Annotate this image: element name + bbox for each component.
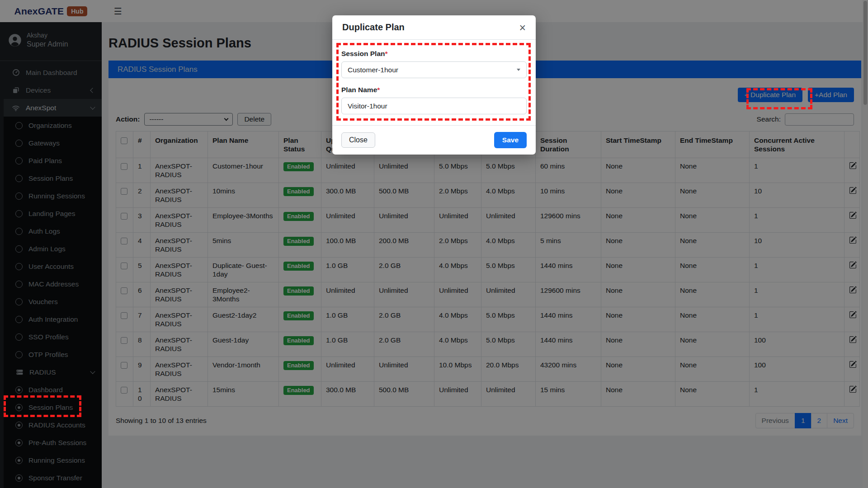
modal-header: Duplicate Plan × [332, 15, 536, 40]
session-plan-label: Session Plan* [341, 50, 527, 58]
caret-down-icon [517, 69, 520, 71]
save-button[interactable]: Save [494, 132, 527, 148]
modal-body: Session Plan* Customer-1hour Plan Name* [332, 40, 536, 125]
modal-footer: Close Save [332, 125, 536, 155]
modal-title: Duplicate Plan [342, 22, 405, 33]
plan-name-input[interactable] [341, 98, 527, 114]
close-button[interactable]: Close [341, 132, 375, 148]
session-plan-select[interactable]: Customer-1hour [341, 61, 527, 78]
required-mark: * [377, 86, 380, 94]
duplicate-plan-modal: Duplicate Plan × Session Plan* Customer-… [332, 15, 536, 155]
close-icon[interactable]: × [519, 23, 526, 32]
label-text: Session Plan [341, 50, 385, 57]
required-mark: * [385, 50, 387, 57]
label-text: Plan Name [341, 86, 377, 94]
session-plan-value: Customer-1hour [348, 66, 398, 74]
plan-name-label: Plan Name* [341, 86, 527, 94]
